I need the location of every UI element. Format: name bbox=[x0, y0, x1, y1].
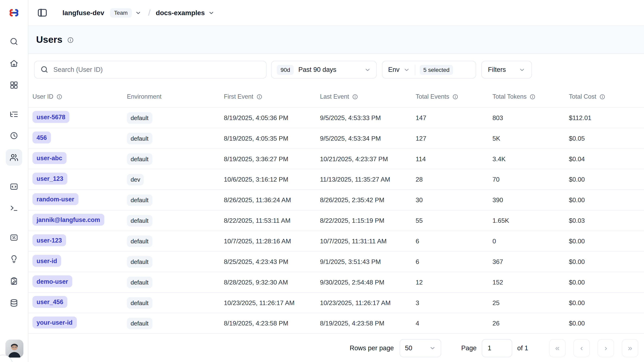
total-tokens-cell: 25 bbox=[492, 299, 569, 306]
table-row[interactable]: user-iddefault8/25/2025, 4:23:43 PM9/1/2… bbox=[28, 252, 644, 272]
sidebar-item-dashboards[interactable] bbox=[6, 77, 22, 93]
info-icon[interactable] bbox=[256, 93, 262, 100]
first-event-cell: 8/25/2025, 4:23:43 PM bbox=[224, 258, 320, 265]
chevron-down-icon bbox=[519, 66, 526, 73]
sidebar-toggle-icon[interactable] bbox=[37, 8, 48, 18]
table-row[interactable]: user-123default10/7/2025, 11:28:16 AM10/… bbox=[28, 231, 644, 252]
first-event-cell: 10/7/2025, 11:28:16 AM bbox=[224, 237, 320, 245]
environment-badge: default bbox=[127, 276, 152, 288]
filters-button[interactable]: Filters bbox=[481, 61, 532, 79]
environment-filter-button[interactable]: Env 5 selected bbox=[382, 61, 476, 79]
last-event-cell: 9/30/2025, 2:54:48 PM bbox=[320, 278, 416, 286]
sidebar-item-datasets[interactable] bbox=[6, 295, 22, 311]
user-id-badge[interactable]: user-123 bbox=[32, 234, 66, 246]
chevron-down-icon[interactable] bbox=[135, 10, 141, 16]
info-icon[interactable] bbox=[530, 93, 536, 100]
sidebar-item-playground[interactable] bbox=[6, 200, 22, 216]
langfuse-logo[interactable] bbox=[8, 7, 20, 19]
rows-per-page-select[interactable]: 50 bbox=[400, 339, 441, 357]
total-cost-cell: $0.04 bbox=[569, 155, 644, 163]
total-events-cell: 147 bbox=[416, 114, 492, 122]
environment-badge: default bbox=[127, 297, 152, 308]
column-label: Environment bbox=[127, 93, 162, 100]
last-event-cell: 8/22/2025, 1:15:19 PM bbox=[320, 217, 416, 224]
column-label: User ID bbox=[32, 93, 54, 100]
sidebar-item-insights[interactable] bbox=[6, 251, 22, 268]
sidebar-item-tracing[interactable] bbox=[6, 106, 22, 123]
date-range-button[interactable]: 90d Past 90 days bbox=[271, 61, 377, 79]
toolbar: 90d Past 90 days Env 5 selected Filters bbox=[28, 54, 644, 86]
table-row[interactable]: 456default8/19/2025, 4:05:35 PM9/5/2025,… bbox=[28, 128, 644, 149]
table-row[interactable]: user_123dev10/6/2025, 3:16:12 PM11/13/20… bbox=[28, 169, 644, 190]
next-page-button[interactable]: › bbox=[598, 339, 614, 357]
info-icon[interactable] bbox=[67, 37, 74, 44]
info-icon[interactable] bbox=[56, 93, 62, 100]
first-page-button[interactable]: « bbox=[549, 339, 566, 357]
insights-icon bbox=[10, 255, 18, 264]
total-tokens-cell: 70 bbox=[492, 176, 569, 183]
environment-badge: default bbox=[127, 215, 152, 226]
total-cost-cell: $0.05 bbox=[569, 135, 644, 142]
sidebar-item-users[interactable] bbox=[6, 149, 22, 165]
first-event-cell: 8/26/2025, 11:36:24 AM bbox=[224, 196, 320, 204]
table-row[interactable]: your-user-iddefault8/19/2025, 4:23:58 PM… bbox=[28, 313, 644, 334]
prev-page-button[interactable]: ‹ bbox=[574, 339, 590, 357]
info-icon[interactable] bbox=[352, 93, 358, 100]
first-event-cell: 8/28/2025, 9:32:30 AM bbox=[224, 278, 320, 286]
user-id-badge[interactable]: user-id bbox=[32, 255, 61, 267]
info-icon[interactable] bbox=[599, 93, 606, 100]
last-event-cell: 10/21/2025, 4:23:37 PM bbox=[320, 155, 416, 163]
sidebar-item-annotation[interactable] bbox=[6, 273, 22, 289]
environment-badge: default bbox=[127, 153, 152, 165]
user-id-badge[interactable]: user-abc bbox=[32, 152, 66, 164]
user-id-badge[interactable]: user-5678 bbox=[32, 111, 69, 123]
breadcrumb-divider: / bbox=[148, 8, 150, 18]
total-events-cell: 3 bbox=[416, 299, 492, 306]
main-area: langfuse-dev Team / docs-examples Users bbox=[28, 0, 644, 362]
column-header-environment[interactable]: Environment bbox=[127, 93, 224, 100]
sessions-icon bbox=[10, 131, 18, 140]
page-number-input[interactable] bbox=[482, 339, 512, 357]
search-input[interactable] bbox=[34, 61, 266, 79]
sidebar-item-evaluators[interactable] bbox=[6, 229, 22, 246]
table-row[interactable]: user_456default10/23/2025, 11:26:17 AM10… bbox=[28, 293, 644, 313]
column-header-total-events[interactable]: Total Events bbox=[416, 93, 492, 100]
table-row[interactable]: jannik@langfuse.comdefault8/22/2025, 11:… bbox=[28, 210, 644, 231]
column-header-first-event[interactable]: First Event bbox=[224, 93, 320, 100]
total-events-cell: 6 bbox=[416, 258, 492, 265]
sidebar-item-prompts[interactable] bbox=[6, 178, 22, 195]
column-header-user-id[interactable]: User ID bbox=[32, 93, 127, 100]
sidebar-item-search[interactable] bbox=[6, 33, 22, 50]
sidebar-item-sessions[interactable] bbox=[6, 128, 22, 144]
project-name[interactable]: docs-examples bbox=[156, 9, 205, 17]
user-id-badge[interactable]: demo-user bbox=[32, 275, 72, 287]
table-row[interactable]: user-5678default8/19/2025, 4:05:36 PM9/5… bbox=[28, 108, 644, 128]
table-row[interactable]: demo-userdefault8/28/2025, 9:32:30 AM9/3… bbox=[28, 272, 644, 293]
user-id-badge[interactable]: user_123 bbox=[32, 173, 67, 185]
user-id-badge[interactable]: random-user bbox=[32, 193, 78, 205]
user-avatar[interactable] bbox=[5, 339, 24, 358]
column-header-total-tokens[interactable]: Total Tokens bbox=[492, 93, 569, 100]
org-name[interactable]: langfuse-dev bbox=[62, 9, 104, 17]
info-icon[interactable] bbox=[452, 93, 458, 100]
column-header-total-cost[interactable]: Total Cost bbox=[569, 93, 644, 100]
total-events-cell: 127 bbox=[416, 135, 492, 142]
users-icon bbox=[10, 153, 18, 162]
table-row[interactable]: random-userdefault8/26/2025, 11:36:24 AM… bbox=[28, 190, 644, 210]
last-event-cell: 10/23/2025, 11:26:17 AM bbox=[320, 299, 416, 306]
column-header-last-event[interactable]: Last Event bbox=[320, 93, 416, 100]
user-id-badge[interactable]: jannik@langfuse.com bbox=[32, 214, 104, 226]
column-label: First Event bbox=[224, 93, 253, 100]
sidebar-item-home[interactable] bbox=[6, 55, 22, 72]
total-tokens-cell: 390 bbox=[492, 196, 569, 204]
user-id-badge[interactable]: 456 bbox=[32, 132, 51, 143]
user-id-badge[interactable]: user_456 bbox=[32, 296, 67, 308]
sidebar bbox=[0, 0, 28, 362]
table-row[interactable]: user-abcdefault8/19/2025, 3:36:27 PM10/2… bbox=[28, 149, 644, 169]
tracing-icon bbox=[10, 110, 18, 119]
last-page-button[interactable]: » bbox=[622, 339, 638, 357]
chevron-down-icon[interactable] bbox=[208, 10, 214, 16]
chevron-down-icon bbox=[429, 345, 436, 351]
user-id-badge[interactable]: your-user-id bbox=[32, 317, 76, 328]
table-header-row: User IDEnvironmentFirst EventLast EventT… bbox=[28, 86, 644, 108]
